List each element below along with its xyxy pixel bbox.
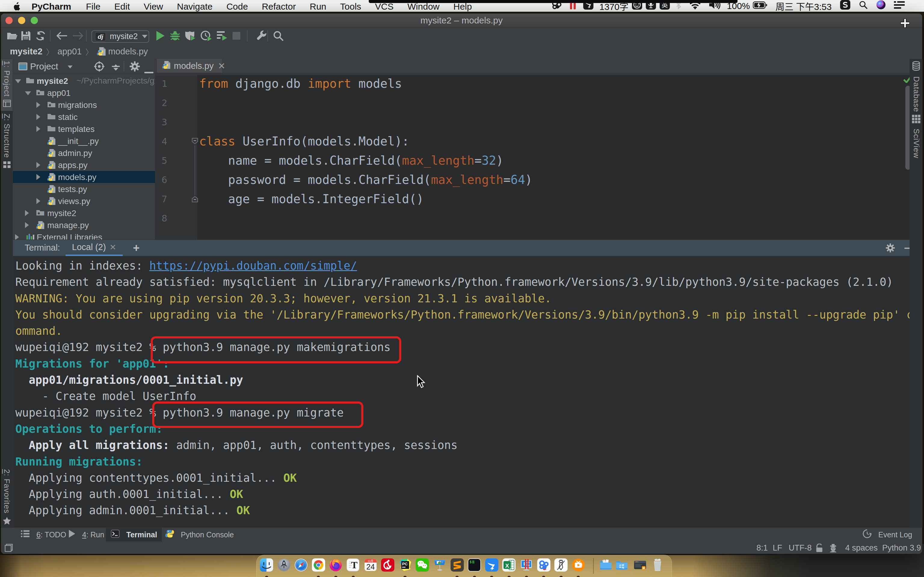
tool-button-todo[interactable]: 6: TODO — [16, 528, 71, 542]
tree-expand-arrow-icon[interactable] — [25, 210, 29, 216]
tree-row-templates[interactable]: templates — [13, 123, 155, 135]
tree-expand-arrow-icon[interactable] — [36, 174, 40, 180]
menu-item-refactor[interactable]: Refactor — [255, 2, 302, 11]
dock-finder-icon[interactable] — [260, 558, 273, 572]
fold-marker-end-icon[interactable] — [191, 196, 199, 204]
dock-tencent-video-icon[interactable] — [572, 558, 585, 572]
notification-center-icon[interactable] — [894, 1, 905, 11]
tool-button-terminal[interactable]: Terminal — [106, 528, 162, 542]
dock-chrome-icon[interactable] — [312, 558, 325, 572]
tool-button-database[interactable]: Database — [910, 61, 922, 112]
dock-tie-app-icon[interactable] — [554, 558, 568, 572]
tree-expand-arrow-icon[interactable] — [25, 91, 31, 95]
run-with-profiler-button[interactable] — [216, 31, 228, 42]
synchronize-icon[interactable] — [35, 31, 46, 42]
settings-wrench-icon[interactable] — [256, 31, 267, 42]
project-panel-title[interactable]: Project — [30, 61, 58, 71]
tool-button-structure[interactable]: Z: Structure — [1, 114, 13, 171]
run-button[interactable] — [156, 31, 165, 42]
dock-calendar-icon[interactable]: 11月24 — [364, 558, 377, 572]
debug-button[interactable] — [170, 31, 181, 42]
code-editor[interactable]: 12345678 from django.db import models cl… — [155, 75, 909, 240]
dock-dingtalk-icon[interactable] — [485, 558, 498, 572]
collapse-all-icon[interactable] — [111, 61, 120, 74]
highlighting-level-icon[interactable] — [829, 544, 837, 555]
tree-expand-arrow-icon[interactable] — [36, 162, 40, 168]
tree-expand-arrow-icon[interactable] — [36, 126, 40, 132]
dock-pycharm-icon[interactable]: PC — [399, 558, 412, 572]
open-file-icon[interactable] — [6, 31, 18, 42]
tree-row-external-libraries[interactable]: External Libraries — [13, 231, 155, 240]
menu-item-view[interactable]: View — [137, 2, 170, 11]
dock-terminal-icon[interactable]: $ — [468, 558, 481, 572]
caret-position[interactable]: 8:1 — [756, 543, 768, 553]
new-terminal-session-button[interactable]: + — [133, 242, 140, 255]
tool-button-python-console[interactable]: Python Console — [160, 528, 239, 542]
terminal-settings-gear-icon[interactable] — [886, 243, 895, 255]
hide-panel-icon[interactable] — [144, 66, 153, 76]
tree-row-models-py[interactable]: models.py — [13, 171, 155, 183]
save-all-icon[interactable] — [21, 31, 31, 42]
dock-firefox-icon[interactable] — [329, 558, 342, 572]
tree-expand-arrow-icon[interactable] — [36, 198, 40, 204]
tree-row-apps-py[interactable]: apps.py — [13, 159, 155, 171]
menu-item-edit[interactable]: Edit — [107, 2, 137, 11]
dock-parallels-desktop-icon[interactable] — [520, 558, 533, 572]
siri-icon[interactable] — [876, 0, 886, 12]
project-settings-gear-icon[interactable] — [130, 61, 140, 74]
dock-documents-folder-icon[interactable] — [599, 558, 612, 572]
breadcrumb-app01[interactable]: app01 — [57, 47, 82, 56]
navigate-forward-icon[interactable] — [72, 31, 84, 42]
breadcrumb-models-py[interactable]: models.py — [108, 47, 148, 56]
menu-item-tools[interactable]: Tools — [333, 2, 368, 11]
tab-close-icon[interactable]: ✕ — [218, 61, 225, 71]
window-title-bar[interactable]: mysite2 – models.py — [1, 13, 922, 27]
pypi-link[interactable]: https://pypi.douban.com/simple/ — [150, 259, 357, 272]
tree-expand-arrow-icon[interactable] — [36, 114, 40, 120]
dock-launchpad-icon[interactable] — [277, 558, 291, 572]
datetime-label[interactable]: 周三 下午3:53 — [775, 0, 832, 13]
terminal-tab-close-icon[interactable]: ✕ — [110, 243, 116, 252]
sogou-input-icon[interactable] — [840, 0, 850, 12]
dock-excel-icon[interactable]: X — [502, 558, 515, 572]
menu-item-file[interactable]: File — [79, 2, 107, 11]
navigate-back-icon[interactable] — [56, 31, 68, 42]
run-with-coverage-button[interactable] — [184, 31, 196, 42]
dock-netease-music-icon[interactable] — [381, 558, 394, 572]
run-configuration-combo[interactable]: djmysite2 — [91, 31, 149, 43]
dock-safari-icon[interactable] — [294, 558, 308, 572]
breadcrumb-project[interactable]: mysite2 — [10, 47, 42, 56]
search-everywhere-icon[interactable] — [273, 31, 283, 42]
menu-item-navigate[interactable]: Navigate — [170, 2, 219, 11]
toolwindow-switcher-icon[interactable] — [5, 544, 13, 554]
apple-menu-icon[interactable] — [0, 2, 22, 11]
dock-windows-folder-icon[interactable] — [615, 558, 628, 572]
tree-row-mysite2[interactable]: mysite2~/PycharmProjects/gx — [13, 75, 155, 87]
dock-wechat-icon[interactable] — [416, 558, 429, 572]
fold-marker-start-icon[interactable] — [191, 137, 199, 146]
line-separator[interactable]: LF — [773, 543, 782, 553]
spotlight-icon[interactable] — [859, 0, 868, 11]
tool-button-sciview[interactable]: SciView — [910, 114, 922, 158]
tool-button-run[interactable]: 4: Run — [63, 528, 109, 542]
indent-style[interactable]: 4 spaces — [845, 543, 878, 553]
tree-row--init-py[interactable]: __init__.py — [13, 135, 155, 147]
tree-row-mysite2[interactable]: mysite2 — [13, 207, 155, 219]
tree-row-tests-py[interactable]: tests.py — [13, 183, 155, 195]
terminal-tab-local[interactable]: Local (2) ✕ — [66, 240, 123, 255]
dock-sublime-text-icon[interactable] — [451, 558, 464, 572]
python-interpreter[interactable]: Python 3.9 — [882, 543, 921, 553]
profile-button[interactable] — [200, 31, 212, 42]
tree-row-migrations[interactable]: migrations — [13, 99, 155, 111]
tool-button-event-log[interactable]: Event Log — [863, 528, 912, 542]
file-encoding[interactable]: UTF-8 — [789, 543, 812, 553]
dock-trash-icon[interactable] — [651, 558, 664, 572]
terminal-output[interactable]: Looking in indexes: https://pypi.douban.… — [15, 258, 913, 519]
tree-expand-arrow-icon[interactable] — [15, 79, 21, 83]
dock-keynote-icon[interactable] — [433, 558, 446, 572]
tree-expand-arrow-icon[interactable] — [15, 234, 19, 240]
readonly-lock-icon[interactable] — [816, 544, 823, 555]
tree-row-static[interactable]: static — [13, 111, 155, 123]
tree-expand-arrow-icon[interactable] — [25, 222, 29, 228]
editor-tab-models-py[interactable]: models.py ✕ — [157, 59, 222, 73]
